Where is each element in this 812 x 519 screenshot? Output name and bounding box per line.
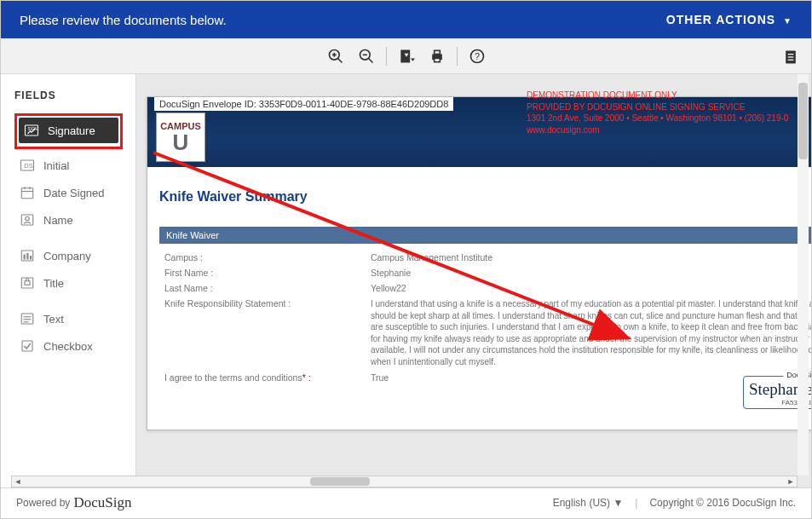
documents-icon — [782, 48, 799, 66]
svg-text:DS: DS — [24, 162, 32, 170]
svg-rect-23 — [21, 188, 33, 199]
fields-sidebar: FIELDS SIGN Signature DS Initial Date Si… — [1, 74, 136, 487]
row-lastname: Last Name :Yellow22 — [161, 281, 811, 295]
document-canvas[interactable]: DocuSign Envelope ID: 3353F0D9-0011-40DE… — [136, 74, 811, 487]
name-icon — [20, 212, 35, 228]
waiver-table: Campus :Campus Management Institute Firs… — [159, 249, 811, 386]
demo-watermark: DEMONSTRATION DOCUMENT ONLY PROVIDED BY … — [527, 89, 811, 136]
demo-line-4: www.docusign.com — [527, 124, 811, 136]
demo-line-2: PROVIDED BY DOCUSIGN ONLINE SIGNING SERV… — [527, 101, 811, 113]
fields-heading: FIELDS — [14, 89, 129, 101]
signature-field-highlight: SIGN Signature — [14, 113, 123, 149]
svg-text:?: ? — [474, 51, 479, 61]
zoom-in-icon — [327, 48, 344, 65]
checkbox-icon — [20, 338, 35, 354]
company-icon — [20, 248, 35, 263]
field-label: Company — [43, 250, 91, 262]
download-button[interactable] — [392, 42, 421, 71]
svg-line-1 — [337, 58, 342, 62]
envelope-id: DocuSign Envelope ID: 3353F0D9-0011-40DE… — [154, 97, 453, 111]
firstname-key: First Name : — [161, 266, 366, 280]
document-page[interactable]: DocuSign Envelope ID: 3353F0D9-0011-40DE… — [147, 96, 811, 430]
statement-val: I understand that using a knife is a nec… — [367, 297, 811, 369]
document-body: Knife Waiver Summary Knife Waiver Campus… — [147, 167, 811, 430]
field-title[interactable]: Title — [14, 270, 129, 296]
scroll-left-arrow-icon[interactable]: ◄ — [12, 476, 24, 487]
document-header: DocuSign Envelope ID: 3353F0D9-0011-40DE… — [147, 97, 811, 167]
toolbar-divider — [457, 47, 458, 66]
title-icon — [20, 275, 35, 291]
svg-rect-7 — [400, 49, 410, 62]
help-icon: ? — [469, 48, 486, 65]
field-date-signed[interactable]: Date Signed — [14, 180, 129, 205]
lastname-key: Last Name : — [161, 281, 366, 295]
lastname-val: Yellow22 — [367, 281, 811, 295]
row-agree: I agree to the terms and conditions* :Tr… — [161, 371, 811, 384]
signature-icon: SIGN — [24, 123, 39, 138]
field-initial[interactable]: DS Initial — [14, 153, 129, 178]
horizontal-scroll-thumb[interactable] — [310, 477, 370, 486]
svg-rect-31 — [26, 253, 28, 260]
logo-u-text: U — [173, 131, 189, 153]
section-header: Knife Waiver — [159, 227, 811, 244]
svg-line-5 — [368, 58, 372, 62]
campus-val: Campus Management Institute — [367, 251, 811, 264]
field-text[interactable]: Text — [14, 306, 129, 332]
zoom-in-button[interactable] — [321, 42, 350, 71]
row-statement: Knife Responsibility Statement :I unders… — [161, 297, 811, 369]
field-name[interactable]: Name — [14, 207, 129, 233]
powered-label: Powered by — [16, 497, 70, 509]
firstname-val: Stephanie — [367, 266, 811, 280]
field-label: Name — [43, 214, 73, 227]
docusign-logo: DocuSign — [73, 494, 131, 511]
svg-rect-11 — [434, 50, 440, 54]
toolbar: ? — [1, 38, 811, 74]
other-actions-label: OTHER ACTIONS — [666, 13, 775, 26]
agree-key: I agree to the terms and conditions* : — [161, 371, 366, 384]
initial-icon: DS — [20, 158, 35, 173]
horizontal-scrollbar[interactable]: ◄ ► — [11, 476, 798, 487]
zoom-out-icon — [358, 48, 375, 65]
vertical-scroll-thumb[interactable] — [798, 83, 808, 159]
scroll-right-arrow-icon[interactable]: ► — [785, 476, 797, 487]
caret-down-icon: ▼ — [783, 16, 792, 26]
toolbar-icons: ? — [321, 42, 492, 71]
documents-panel-button[interactable] — [779, 45, 803, 69]
field-company[interactable]: Company — [14, 243, 129, 268]
statement-key: Knife Responsibility Statement : — [161, 297, 366, 369]
date-icon — [20, 185, 35, 200]
footer-divider: | — [635, 497, 637, 509]
language-selector[interactable]: English (US) ▼ — [553, 497, 624, 509]
text-icon — [20, 311, 35, 326]
vertical-scrollbar[interactable] — [798, 74, 809, 476]
agree-key-text: I agree to the terms and conditions — [164, 372, 302, 383]
svg-rect-30 — [24, 255, 26, 260]
field-group-divider — [14, 234, 129, 243]
field-label: Text — [43, 313, 64, 326]
field-checkbox[interactable]: Checkbox — [14, 333, 129, 359]
field-label: Date Signed — [43, 187, 105, 199]
footer-right: English (US) ▼ | Copyright © 2016 DocuSi… — [553, 497, 796, 509]
print-icon — [429, 48, 446, 65]
svg-rect-12 — [434, 58, 440, 61]
svg-rect-39 — [22, 341, 32, 351]
field-label: Checkbox — [43, 340, 93, 353]
field-label: Signature — [48, 124, 95, 137]
powered-by: Powered by DocuSign — [16, 494, 131, 511]
required-star: * : — [302, 372, 311, 383]
review-message: Please review the documents below. — [20, 13, 227, 27]
row-campus: Campus :Campus Management Institute — [161, 251, 811, 264]
top-banner: Please review the documents below. OTHER… — [1, 1, 811, 38]
demo-line-1: DEMONSTRATION DOCUMENT ONLY — [527, 89, 811, 101]
demo-line-3: 1301 2nd Ave, Suite 2000 • Seattle • Was… — [527, 112, 811, 124]
help-button[interactable]: ? — [463, 42, 492, 71]
toolbar-divider — [386, 47, 387, 66]
field-label: Title — [43, 277, 64, 290]
other-actions-button[interactable]: OTHER ACTIONS ▼ — [666, 13, 792, 26]
print-button[interactable] — [423, 42, 452, 71]
svg-rect-33 — [21, 278, 33, 288]
field-signature[interactable]: SIGN Signature — [19, 118, 118, 143]
zoom-out-button[interactable] — [352, 42, 381, 71]
campus-key: Campus : — [161, 251, 366, 264]
campus-logo: CAMPUS U — [156, 112, 205, 162]
